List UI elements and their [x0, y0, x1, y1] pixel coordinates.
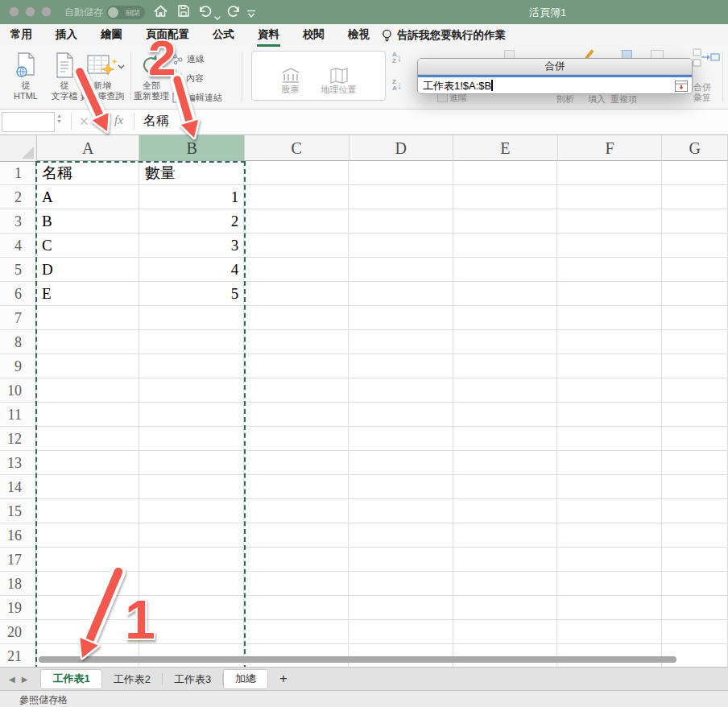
cell-E2[interactable] — [453, 185, 558, 209]
cell-G4[interactable] — [662, 234, 728, 258]
connections-button[interactable]: 連線 — [172, 53, 205, 65]
cell-B8[interactable] — [139, 330, 245, 354]
row-header-12[interactable]: 12 — [0, 427, 36, 451]
cell-C18[interactable] — [244, 572, 349, 596]
refresh-all-button[interactable]: 全部 重新整理 — [129, 50, 174, 101]
cell-C20[interactable] — [244, 620, 349, 644]
cell-F15[interactable] — [557, 499, 662, 523]
cell-F1[interactable] — [557, 161, 662, 185]
ribbon-tab-頁面配置[interactable]: 頁面配置 — [145, 24, 190, 47]
cell-C14[interactable] — [244, 475, 349, 499]
cell-C6[interactable] — [244, 282, 349, 306]
cell-E11[interactable] — [453, 403, 558, 427]
cell-G17[interactable] — [662, 548, 728, 572]
row-header-9[interactable]: 9 — [0, 354, 36, 378]
cell-F16[interactable] — [557, 523, 662, 548]
cell-E16[interactable] — [453, 523, 558, 548]
cell-E1[interactable] — [453, 161, 558, 185]
cell-B15[interactable] — [139, 499, 245, 523]
cell-C19[interactable] — [244, 596, 349, 620]
cell-A13[interactable] — [36, 451, 139, 475]
cell-B18[interactable] — [139, 572, 245, 596]
row-header-21[interactable]: 21 — [0, 644, 36, 668]
cell-D10[interactable] — [349, 378, 453, 403]
new-query-chevron-icon[interactable] — [118, 58, 125, 72]
dialog-title[interactable]: 合併 — [418, 59, 692, 75]
cell-D2[interactable] — [349, 185, 453, 209]
cancel-entry-icon[interactable]: ✕ — [79, 114, 89, 129]
cell-G5[interactable] — [662, 258, 728, 282]
undo-dropdown-chevron-icon[interactable] — [214, 10, 221, 24]
cell-E17[interactable] — [453, 548, 558, 572]
row-header-5[interactable]: 5 — [0, 258, 36, 282]
cell-C11[interactable] — [244, 403, 349, 427]
cell-G20[interactable] — [662, 620, 728, 644]
home-icon[interactable] — [154, 5, 168, 21]
cell-D20[interactable] — [349, 620, 453, 644]
sheet-tab-加總[interactable]: 加總 — [223, 669, 268, 689]
cell-D15[interactable] — [349, 499, 453, 523]
cell-C5[interactable] — [244, 258, 349, 282]
edit-links-button[interactable]: 編輯連結 — [172, 92, 222, 104]
cell-E20[interactable] — [453, 620, 558, 644]
cell-D6[interactable] — [349, 282, 453, 306]
cell-F11[interactable] — [557, 403, 662, 427]
cell-B7[interactable] — [139, 306, 245, 330]
cell-D13[interactable] — [349, 451, 453, 475]
row-header-8[interactable]: 8 — [0, 330, 36, 354]
sheet-tab-工作表3[interactable]: 工作表3 — [163, 670, 222, 688]
cell-D3[interactable] — [349, 209, 453, 234]
name-box-stepper[interactable]: ▲▼ — [56, 113, 62, 124]
column-header-E[interactable]: E — [453, 135, 558, 161]
cell-A16[interactable] — [36, 523, 139, 548]
cell-A5[interactable]: D — [36, 258, 139, 282]
cell-A6[interactable]: E — [36, 282, 139, 306]
cell-E10[interactable] — [453, 378, 558, 403]
cell-A19[interactable] — [36, 596, 139, 620]
row-header-16[interactable]: 16 — [0, 523, 36, 548]
cell-D9[interactable] — [349, 354, 453, 378]
sheet-tab-工作表2[interactable]: 工作表2 — [102, 670, 162, 688]
cell-G15[interactable] — [662, 499, 728, 523]
zoom-window-button[interactable] — [41, 6, 52, 17]
cell-F20[interactable] — [557, 620, 662, 644]
remove-duplicates-label[interactable]: 重複項 — [610, 94, 637, 105]
cell-D7[interactable] — [349, 306, 453, 330]
row-header-14[interactable]: 14 — [0, 475, 36, 499]
cell-A8[interactable] — [36, 330, 139, 354]
cell-B10[interactable] — [139, 378, 245, 403]
save-icon[interactable] — [178, 5, 189, 20]
text-to-columns-label[interactable]: 剖析 — [556, 94, 574, 105]
sort-descending-button[interactable]: Z A ↓ — [392, 79, 402, 92]
cell-F14[interactable] — [557, 475, 662, 499]
cell-G14[interactable] — [662, 475, 728, 499]
cell-B12[interactable] — [139, 427, 245, 451]
cell-G2[interactable] — [662, 185, 728, 209]
cell-B3[interactable]: 2 — [139, 209, 245, 234]
geography-button[interactable]: 地理位置 — [321, 52, 357, 100]
cell-C16[interactable] — [244, 523, 349, 548]
fill-label[interactable]: 填入 — [588, 94, 606, 105]
cell-A18[interactable] — [36, 572, 139, 596]
cell-B20[interactable] — [139, 620, 245, 644]
cell-B17[interactable] — [139, 548, 245, 572]
stocks-button[interactable]: 股票 — [281, 52, 300, 100]
from-html-button[interactable]: 從 HTML — [6, 50, 45, 101]
properties-button[interactable]: 內容 — [172, 72, 204, 85]
cell-G3[interactable] — [662, 209, 728, 234]
cell-E19[interactable] — [453, 596, 558, 620]
select-all-corner[interactable] — [0, 135, 37, 162]
sheet-tab-工作表1[interactable]: 工作表1 — [40, 669, 101, 689]
cell-B13[interactable] — [139, 451, 245, 475]
cell-E3[interactable] — [453, 209, 558, 234]
cell-G1[interactable] — [662, 161, 728, 185]
cell-F13[interactable] — [557, 451, 662, 475]
ribbon-tab-常用[interactable]: 常用 — [10, 24, 33, 47]
cell-C2[interactable] — [244, 185, 349, 209]
cell-C9[interactable] — [244, 354, 349, 378]
cell-G12[interactable] — [662, 427, 728, 451]
redo-icon[interactable] — [227, 5, 241, 21]
cell-A7[interactable] — [36, 306, 139, 330]
formula-bar-value[interactable]: 名稱 — [143, 113, 169, 130]
cell-D5[interactable] — [349, 258, 453, 282]
